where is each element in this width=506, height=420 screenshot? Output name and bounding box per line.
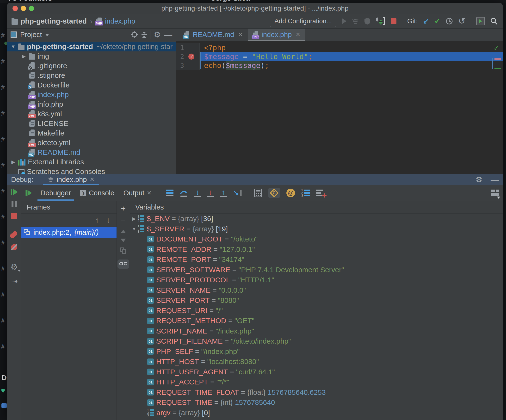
tree-item--stignore[interactable]: .stignore — [7, 71, 176, 80]
variable-row-server_name[interactable]: 01SERVER_NAME = "0.0.0.0" — [130, 285, 503, 295]
variable-row-request_uri[interactable]: 01REQUEST_URI = "/" — [130, 306, 503, 316]
add-watch-icon[interactable]: + — [121, 205, 126, 212]
remove-watch-icon[interactable]: − — [121, 217, 126, 224]
tree-item-php-getting-started[interactable]: ▼php-getting-started~/okteto/php-getting… — [7, 42, 176, 51]
stop-icon[interactable] — [391, 18, 396, 24]
hide-panel-icon[interactable]: — — [164, 32, 172, 37]
show-watches-glasses-icon[interactable] — [118, 260, 129, 269]
variable-row-server_protocol[interactable]: 01SERVER_PROTOCOL = "HTTP/1.1" — [130, 275, 503, 285]
variable-row-script_filename[interactable]: 01SCRIPT_FILENAME = "/okteto/index.php" — [130, 336, 503, 347]
move-watch-up-icon[interactable] — [121, 230, 126, 233]
at-references-icon[interactable]: @ — [286, 189, 295, 197]
tree-item-img[interactable]: ▶img — [7, 51, 176, 61]
code-line-3[interactable]: 3echo($message); — [176, 61, 503, 70]
debug-session-tab[interactable]: index.php ✕ — [44, 174, 98, 185]
step-out-icon[interactable]: ↑ — [220, 189, 227, 197]
rollback-icon[interactable]: ↺ — [458, 17, 465, 26]
gutter-cell[interactable]: 3 — [176, 61, 200, 70]
move-watch-down-icon[interactable] — [121, 239, 126, 242]
variable-row-document_root[interactable]: 01DOCUMENT_ROOT = "/okteto" — [130, 234, 503, 244]
variable-row-server_port[interactable]: 01SERVER_PORT = "8080" — [130, 295, 503, 306]
step-over-icon[interactable] — [180, 189, 188, 197]
history-clock-icon[interactable] — [446, 18, 453, 25]
variable-row-script_name[interactable]: 01SCRIPT_NAME = "/index.php" — [130, 326, 503, 336]
debug-bug-icon[interactable] — [352, 18, 359, 25]
variable-row-request_method[interactable]: 01REQUEST_METHOD = "GET" — [130, 316, 503, 326]
tree-item-license[interactable]: LICENSE — [7, 119, 176, 128]
variable-row-remote_port[interactable]: 01REMOTE_PORT = "34174" — [130, 254, 503, 265]
close-icon[interactable]: ✕ — [147, 190, 152, 196]
breadcrumb-file[interactable]: index.php — [105, 17, 135, 25]
array-indices-icon[interactable]: 123 — [301, 189, 310, 197]
variable-row-http_host[interactable]: 01HTTP_HOST = "localhost:8080" — [130, 357, 503, 367]
mute-breakpoints-icon[interactable] — [11, 244, 17, 250]
variable-row-request_time_float[interactable]: 01REQUEST_TIME_FLOAT = {float} 157678564… — [130, 387, 503, 398]
code-line-2[interactable]: 2$message = "Hello World"; — [176, 52, 503, 61]
variable-row-php_self[interactable]: 01PHP_SELF = "/index.php" — [130, 347, 503, 357]
tree-item-makefile[interactable]: Makefile — [7, 128, 176, 138]
tree-expand-arrow[interactable]: ▶ — [21, 53, 27, 59]
tree-item-readme-md[interactable]: MDREADME.md — [7, 147, 176, 157]
run-icon[interactable] — [342, 18, 346, 24]
variable-row-http_accept[interactable]: 01HTTP_ACCEPT = "*/*" — [130, 377, 503, 387]
gutter-cell[interactable]: 2 — [176, 52, 200, 61]
gear-icon[interactable]: ⚙ — [154, 31, 161, 39]
pause-program-icon[interactable] — [12, 201, 17, 207]
rerun-icon[interactable] — [26, 190, 32, 196]
variable-row-_env[interactable]: ▶123$_ENV = {array} [36] — [130, 213, 503, 224]
frame-down-icon[interactable]: ↓ — [107, 216, 110, 225]
variable-row-argv[interactable]: 123argv = {array} [0] — [130, 408, 503, 418]
frame-up-icon[interactable]: ↑ — [95, 216, 99, 225]
breakpoint-icon[interactable] — [188, 53, 194, 60]
close-icon[interactable]: ✕ — [238, 31, 243, 38]
breadcrumb-project[interactable]: php-getting-started — [21, 17, 87, 25]
debug-tab-debugger[interactable]: Debugger — [39, 185, 73, 201]
gutter-cell[interactable]: 1 — [176, 43, 200, 52]
run-to-cursor-icon[interactable]: ↘ — [233, 190, 241, 196]
debug-settings-gear-icon[interactable]: ⚙ — [475, 176, 482, 183]
add-to-watches-icon[interactable]: + — [316, 190, 323, 196]
chevron-down-icon[interactable] — [45, 34, 49, 36]
hide-debug-panel-icon[interactable]: — — [491, 177, 499, 182]
variable-row-server_software[interactable]: 01SERVER_SOFTWARE = "PHP 7.4.1 Developme… — [130, 265, 503, 275]
inline-values-toggle[interactable]: C — [268, 188, 280, 198]
force-step-into-icon[interactable]: ↓ — [207, 189, 214, 197]
run-anything-icon[interactable] — [476, 17, 485, 25]
locate-file-icon[interactable] — [130, 31, 138, 39]
variable-row-argc[interactable]: 01argc = {int} 0 — [130, 418, 503, 420]
view-breakpoints-icon[interactable] — [10, 231, 18, 238]
code-area[interactable]: 1<?php2$message = "Hello World";3echo($m… — [176, 41, 503, 174]
add-configuration-button[interactable]: Add Configuration... — [270, 16, 336, 27]
step-into-icon[interactable]: ↓ — [194, 189, 201, 197]
tree-item-info-php[interactable]: PHPinfo.php — [7, 100, 176, 109]
tree-expand-arrow[interactable]: ▶ — [11, 159, 16, 165]
editor-tab-index.php[interactable]: PHPindex.php✕ — [248, 29, 305, 41]
tree-item--gitignore[interactable]: .gitignore — [7, 61, 176, 71]
close-icon[interactable]: ✕ — [295, 31, 300, 38]
git-commit-icon[interactable]: ✓ — [434, 18, 440, 25]
show-execution-point-icon[interactable] — [166, 190, 173, 196]
editor-tab-readme.md[interactable]: MDREADME.md✕ — [179, 29, 248, 41]
variable-expand-arrow[interactable]: ▼ — [130, 226, 138, 232]
stop-debug-icon[interactable] — [11, 213, 17, 219]
variable-row-http_user_agent[interactable]: 01HTTP_USER_AGENT = "curl/7.64.1" — [130, 367, 503, 377]
listen-debug-connections-icon[interactable] — [376, 17, 385, 25]
search-everywhere-icon[interactable] — [490, 17, 498, 25]
debugger-settings-icon[interactable]: ⚙ — [11, 262, 18, 272]
tree-item-external-libraries[interactable]: ▶External Libraries — [7, 157, 176, 167]
variable-row-_server[interactable]: ▼123$_SERVER = {array} [19] — [130, 224, 503, 234]
copy-icon[interactable] — [120, 247, 126, 254]
variable-row-request_time[interactable]: 01REQUEST_TIME = {int} 1576785640 — [130, 397, 503, 408]
tree-item-index-php[interactable]: PHPindex.php — [7, 90, 176, 100]
tree-item-k8s-yml[interactable]: YMLk8s.yml — [7, 109, 176, 119]
tree-item-okteto-yml[interactable]: YMLokteto.yml — [7, 138, 176, 147]
variable-row-remote_addr[interactable]: 01REMOTE_ADDR = "127.0.0.1" — [130, 244, 503, 255]
pin-tab-icon[interactable]: 📍︎ — [9, 276, 20, 287]
coverage-icon[interactable] — [364, 18, 371, 25]
debug-tab-output[interactable]: Output✕ — [122, 185, 153, 201]
layout-settings-icon[interactable] — [491, 190, 499, 196]
git-update-icon[interactable]: ↙ — [423, 18, 429, 25]
tree-item-dockerfile[interactable]: DDockerfile — [7, 80, 176, 90]
tree-item-scratches-and-consoles[interactable]: Scratches and Consoles — [7, 167, 176, 174]
collapse-all-icon[interactable] — [141, 32, 147, 38]
